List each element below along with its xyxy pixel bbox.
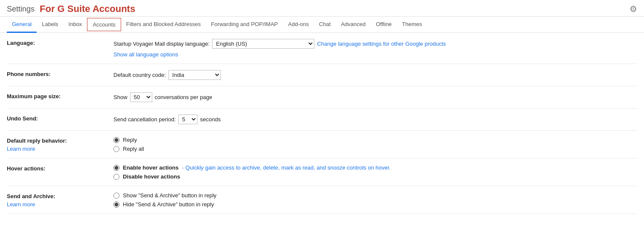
country-select[interactable]: India United States United Kingdom Austr… — [168, 70, 221, 80]
show-send-archive-radio-row: Show "Send & Archive" button in reply — [113, 192, 637, 199]
show-send-archive-radio[interactable] — [113, 193, 119, 199]
undo-send-content: Send cancellation period: 5 10 20 30 sec… — [113, 114, 637, 124]
language-label: Language: — [7, 39, 113, 46]
tab-forwarding[interactable]: Forwarding and POP/IMAP — [206, 17, 283, 33]
seconds-label: seconds — [200, 116, 220, 123]
page-size-select[interactable]: 10 15 20 25 50 100 — [130, 92, 152, 102]
phone-numbers-select-row: Default country code: India United State… — [113, 70, 637, 80]
language-select-row: Startup Voyager Mail display language: E… — [113, 39, 637, 49]
header-left: Settings For G Suite Accounts — [7, 3, 135, 15]
show-all-languages-row: Show all language options — [113, 51, 637, 58]
suite-title: For G Suite Accounts — [40, 3, 135, 15]
hide-send-archive-radio[interactable] — [113, 202, 119, 208]
settings-content: Language: Startup Voyager Mail display l… — [0, 33, 644, 214]
language-content: Startup Voyager Mail display language: E… — [113, 39, 637, 58]
max-page-size-label: Maximum page size: — [7, 92, 113, 100]
hover-description: - Quickly gain access to archive, delete… — [182, 164, 391, 171]
undo-send-row: Undo Send: Send cancellation period: 5 1… — [7, 108, 637, 131]
max-page-size-select-row: Show 10 15 20 25 50 100 conversations pe… — [113, 92, 637, 102]
default-reply-learn-more[interactable]: Learn more — [7, 146, 113, 152]
tab-addons[interactable]: Add-ons — [283, 17, 314, 33]
phone-numbers-content: Default country code: India United State… — [113, 70, 637, 80]
language-select[interactable]: English (US) English (UK) French German … — [212, 39, 314, 49]
period-label: Send cancellation period: — [113, 116, 176, 123]
gear-icon[interactable]: ⚙ — [629, 4, 637, 14]
startup-label: Startup Voyager Mail display language: — [113, 41, 209, 47]
send-archive-label: Send and Archive: Learn more — [7, 192, 113, 208]
reply-radio[interactable] — [113, 137, 119, 143]
reply-all-label: Reply all — [123, 146, 144, 152]
default-reply-row: Default reply behavior: Learn more Reply… — [7, 131, 637, 158]
header: Settings For G Suite Accounts ⚙ — [0, 0, 644, 17]
max-page-size-row: Maximum page size: Show 10 15 20 25 50 1… — [7, 86, 637, 108]
show-all-language-link[interactable]: Show all language options — [113, 51, 178, 58]
default-reply-content: Reply Reply all — [113, 137, 637, 152]
send-archive-content: Show "Send & Archive" button in reply Hi… — [113, 192, 637, 208]
change-language-link[interactable]: Change language settings for other Googl… — [317, 41, 446, 47]
default-reply-label: Default reply behavior: Learn more — [7, 137, 113, 152]
tab-labels[interactable]: Labels — [37, 17, 63, 33]
tab-chat[interactable]: Chat — [314, 17, 336, 33]
hide-send-archive-radio-row: Hide "Send & Archive" button in reply — [113, 201, 637, 208]
phone-numbers-row: Phone numbers: Default country code: Ind… — [7, 64, 637, 86]
send-archive-learn-more[interactable]: Learn more — [7, 201, 113, 208]
disable-hover-label: Disable hover actions — [123, 173, 180, 180]
show-label: Show — [113, 94, 128, 100]
undo-send-select-row: Send cancellation period: 5 10 20 30 sec… — [113, 114, 637, 124]
show-send-archive-label: Show "Send & Archive" button in reply — [123, 192, 217, 199]
reply-label: Reply — [123, 137, 137, 143]
cancellation-period-select[interactable]: 5 10 20 30 — [178, 114, 197, 124]
max-page-size-content: Show 10 15 20 25 50 100 conversations pe… — [113, 92, 637, 102]
reply-all-radio[interactable] — [113, 146, 119, 152]
language-row: Language: Startup Voyager Mail display l… — [7, 33, 637, 64]
undo-send-label: Undo Send: — [7, 114, 113, 122]
hide-send-archive-label: Hide "Send & Archive" button in reply — [123, 201, 214, 208]
phone-numbers-label: Phone numbers: — [7, 70, 113, 77]
tab-general[interactable]: General — [7, 17, 37, 33]
tab-advanced[interactable]: Advanced — [336, 17, 371, 33]
tab-filters[interactable]: Filters and Blocked Addresses — [121, 17, 206, 33]
default-country-label: Default country code: — [113, 72, 166, 78]
reply-all-radio-row: Reply all — [113, 146, 637, 152]
settings-title: Settings — [7, 5, 35, 14]
per-page-label: conversations per page — [155, 94, 212, 100]
tab-offline[interactable]: Offline — [371, 17, 397, 33]
enable-hover-radio-row: Enable hover actions - Quickly gain acce… — [113, 164, 637, 171]
hover-actions-row: Hover actions: Enable hover actions - Qu… — [7, 158, 637, 186]
tab-inbox[interactable]: Inbox — [64, 17, 87, 33]
reply-radio-row: Reply — [113, 137, 637, 143]
disable-hover-radio-row: Disable hover actions — [113, 173, 637, 180]
enable-hover-radio[interactable] — [113, 165, 119, 171]
hover-actions-label: Hover actions: — [7, 164, 113, 172]
disable-hover-radio[interactable] — [113, 174, 119, 180]
send-archive-row: Send and Archive: Learn more Show "Send … — [7, 186, 637, 214]
hover-actions-content: Enable hover actions - Quickly gain acce… — [113, 164, 637, 180]
enable-hover-label: Enable hover actions — [123, 164, 179, 171]
nav-tabs: General Labels Inbox Accounts Filters an… — [0, 17, 644, 33]
tab-accounts[interactable]: Accounts — [87, 18, 121, 31]
tab-themes[interactable]: Themes — [397, 17, 427, 33]
